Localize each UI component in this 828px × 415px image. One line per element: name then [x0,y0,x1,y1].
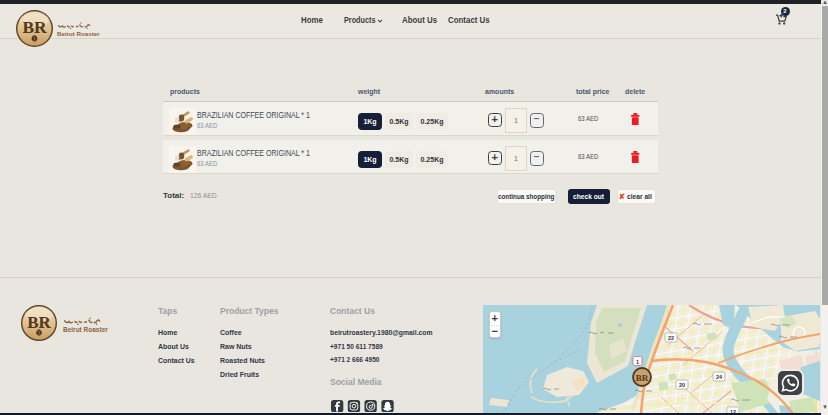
svg-text:20: 20 [679,382,685,388]
svg-text:BR: BR [636,373,649,383]
svg-text:BR: BR [22,18,47,37]
svg-text:1: 1 [636,359,639,365]
svg-text:BR: BR [27,313,51,332]
svg-text:24: 24 [716,374,723,380]
svg-text:22: 22 [668,335,674,341]
